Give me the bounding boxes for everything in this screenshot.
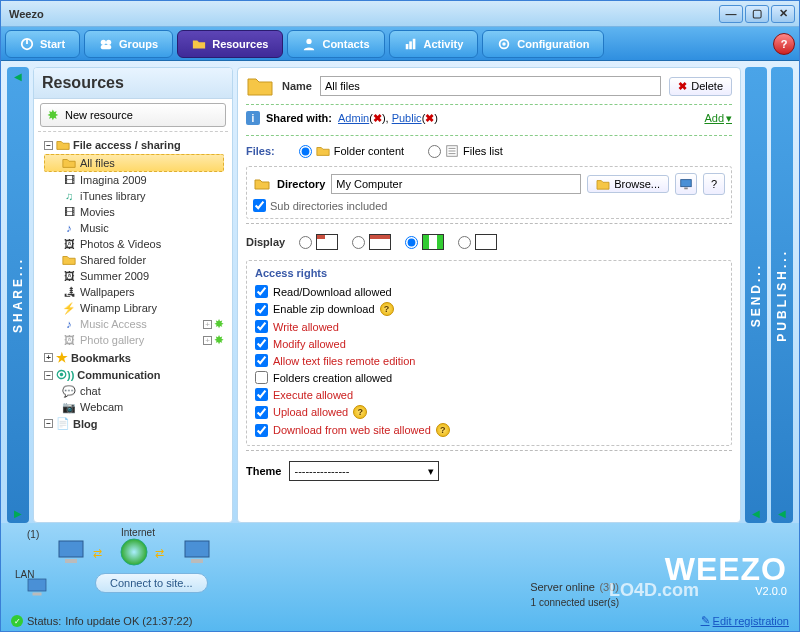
tree-item[interactable]: ♫iTunes library bbox=[44, 188, 224, 204]
tree-group-header[interactable]: − 📄 Blog bbox=[44, 415, 224, 432]
layout-icon bbox=[369, 234, 391, 250]
music-icon: ♪ bbox=[62, 221, 76, 235]
collapse-icon[interactable]: − bbox=[44, 371, 53, 380]
tab-resources[interactable]: Resources bbox=[177, 30, 283, 58]
tree-item[interactable]: 🎞Imagina 2009 bbox=[44, 172, 224, 188]
tab-contacts[interactable]: Contacts bbox=[287, 30, 384, 58]
connect-to-site-button[interactable]: Connect to site... bbox=[95, 573, 208, 593]
tree-item[interactable]: Shared folder bbox=[44, 252, 224, 268]
display-option-2[interactable] bbox=[352, 234, 391, 250]
radio-input[interactable] bbox=[299, 236, 312, 249]
new-resource-button[interactable]: ✸ New resource bbox=[40, 103, 226, 127]
svg-point-19 bbox=[121, 539, 147, 565]
collapse-icon[interactable]: − bbox=[44, 141, 53, 150]
remove-user-icon[interactable]: ✖ bbox=[373, 112, 382, 124]
tree-item[interactable]: 🖼Summer 2009 bbox=[44, 268, 224, 284]
publish-strip[interactable]: PUBLISH... ◀ bbox=[771, 67, 793, 523]
subdirectories-row: Sub directories included bbox=[253, 199, 725, 212]
share-strip[interactable]: SHARE... ▶ ◀ bbox=[7, 67, 29, 523]
display-option-3[interactable] bbox=[405, 234, 444, 250]
help-button[interactable]: ? bbox=[773, 33, 795, 55]
access-right-row: Download from web site allowed? bbox=[255, 421, 723, 439]
tree-item[interactable]: 🏞Wallpapers bbox=[44, 284, 224, 300]
tree-group-communication: − ⦿)) Communication 💬chat📷Webcam bbox=[44, 367, 224, 415]
right-checkbox[interactable] bbox=[255, 388, 268, 401]
radio-input[interactable] bbox=[458, 236, 471, 249]
radio-input[interactable] bbox=[405, 236, 418, 249]
collapse-icon[interactable]: − bbox=[44, 419, 53, 428]
status-prefix: Status: bbox=[27, 615, 61, 627]
tab-start[interactable]: Start bbox=[5, 30, 80, 58]
share-strip-label: SHARE... bbox=[11, 257, 25, 333]
tree-item[interactable]: ♪Music Access+✸ bbox=[44, 316, 224, 332]
layout-icon bbox=[316, 234, 338, 250]
svg-rect-7 bbox=[409, 41, 412, 49]
right-checkbox[interactable] bbox=[255, 285, 268, 298]
edit-registration-link[interactable]: ✎ Edit registration bbox=[701, 614, 789, 627]
tree-group-header[interactable]: − ⦿)) Communication bbox=[44, 367, 224, 383]
delete-button[interactable]: ✖ Delete bbox=[669, 77, 732, 96]
add-user-link[interactable]: Add ▾ bbox=[704, 112, 732, 125]
computer-icon bbox=[679, 177, 693, 191]
tree-item[interactable]: 🖼Photo gallery+✸ bbox=[44, 332, 224, 348]
folder-content-option[interactable]: Folder content bbox=[299, 144, 404, 158]
shared-user-link[interactable]: Admin bbox=[338, 112, 369, 124]
tab-activity[interactable]: Activity bbox=[389, 30, 479, 58]
display-option-4[interactable] bbox=[458, 234, 497, 250]
radio-input[interactable] bbox=[428, 145, 441, 158]
expand-icon[interactable]: + bbox=[44, 353, 53, 362]
tree-item[interactable]: ♪Music bbox=[44, 220, 224, 236]
close-button[interactable]: ✕ bbox=[771, 5, 795, 23]
access-right-row: Write allowed bbox=[255, 318, 723, 335]
tree-item[interactable]: 💬chat bbox=[44, 383, 224, 399]
tree-item[interactable]: 🎞Movies bbox=[44, 204, 224, 220]
tree-item[interactable]: 📷Webcam bbox=[44, 399, 224, 415]
list-icon bbox=[445, 144, 459, 158]
tree-item[interactable]: ⚡Winamp Library bbox=[44, 300, 224, 316]
access-rights-box: Access rights Read/Download allowedEnabl… bbox=[246, 260, 732, 446]
help-icon[interactable]: ? bbox=[353, 405, 367, 419]
shared-user-link[interactable]: Public bbox=[392, 112, 422, 124]
expand-icon[interactable]: + bbox=[203, 320, 212, 329]
minimize-button[interactable]: — bbox=[719, 5, 743, 23]
tab-groups[interactable]: Groups bbox=[84, 30, 173, 58]
tree-item[interactable]: 🖼Photos & Videos bbox=[44, 236, 224, 252]
separator bbox=[246, 104, 732, 105]
tab-configuration[interactable]: Configuration bbox=[482, 30, 604, 58]
files-list-option[interactable]: Files list bbox=[428, 144, 503, 158]
tree-group-header[interactable]: − File access / sharing bbox=[44, 136, 224, 154]
radio-input[interactable] bbox=[299, 145, 312, 158]
tree-group-header[interactable]: + ★ Bookmarks bbox=[44, 348, 224, 367]
tree-group-label: Communication bbox=[77, 369, 160, 381]
help-icon[interactable]: ? bbox=[380, 302, 394, 316]
status-text: Info update OK (21:37:22) bbox=[65, 615, 192, 627]
help-icon[interactable]: ? bbox=[436, 423, 450, 437]
right-checkbox[interactable] bbox=[255, 337, 268, 350]
browse-button[interactable]: Browse... bbox=[587, 175, 669, 193]
name-input[interactable] bbox=[320, 76, 661, 96]
tab-label: Start bbox=[40, 38, 65, 50]
directory-label: Directory bbox=[277, 178, 325, 190]
theme-row: Theme --------------- ▾ bbox=[246, 455, 732, 487]
help-button[interactable]: ? bbox=[703, 173, 725, 195]
folder-icon bbox=[246, 74, 274, 98]
right-checkbox[interactable] bbox=[255, 424, 268, 437]
tree-item[interactable]: All files bbox=[44, 154, 224, 172]
send-strip[interactable]: SEND... ◀ bbox=[745, 67, 767, 523]
theme-select[interactable]: --------------- ▾ bbox=[289, 461, 439, 481]
right-checkbox[interactable] bbox=[255, 371, 268, 384]
radio-input[interactable] bbox=[352, 236, 365, 249]
maximize-button[interactable]: ▢ bbox=[745, 5, 769, 23]
remove-user-icon[interactable]: ✖ bbox=[425, 112, 434, 124]
computer-button[interactable] bbox=[675, 173, 697, 195]
right-checkbox[interactable] bbox=[255, 303, 268, 316]
subdirectories-checkbox[interactable] bbox=[253, 199, 266, 212]
right-checkbox[interactable] bbox=[255, 354, 268, 367]
right-checkbox[interactable] bbox=[255, 406, 268, 419]
shared-with-row: i Shared with: Admin(✖), Public(✖) Add ▾ bbox=[246, 109, 732, 131]
expand-icon[interactable]: + bbox=[203, 336, 212, 345]
right-checkbox[interactable] bbox=[255, 320, 268, 333]
display-option-1[interactable] bbox=[299, 234, 338, 250]
directory-input[interactable] bbox=[331, 174, 581, 194]
svg-rect-20 bbox=[185, 541, 209, 557]
